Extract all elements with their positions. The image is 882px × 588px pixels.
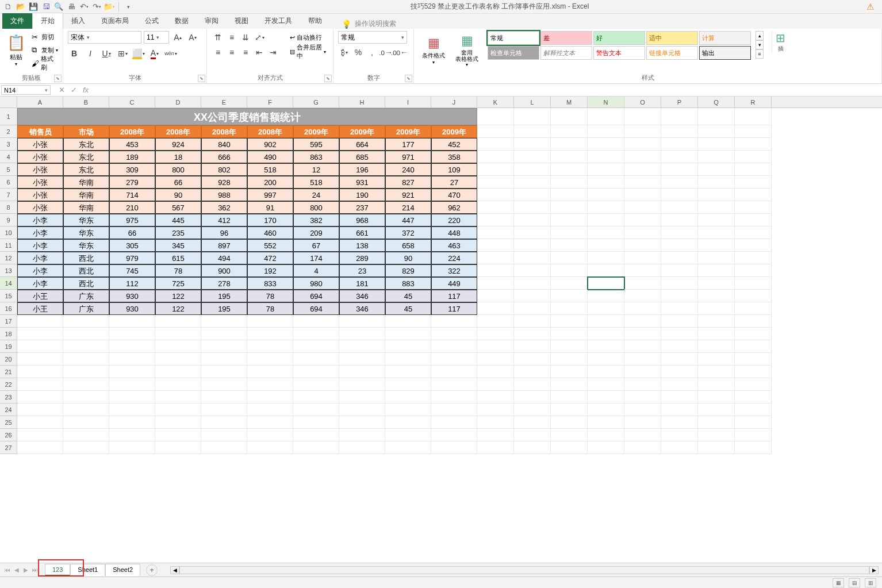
font-size-combo[interactable]: 11▾ — [144, 31, 169, 44]
cell[interactable]: 12 — [293, 163, 339, 176]
cell[interactable] — [624, 214, 661, 226]
cell[interactable] — [735, 176, 772, 189]
cell[interactable] — [293, 378, 339, 391]
cell[interactable] — [431, 353, 477, 366]
row-header[interactable]: 16 — [0, 302, 17, 315]
cell[interactable] — [661, 239, 698, 252]
cell[interactable] — [247, 391, 293, 403]
cell[interactable]: 979 — [109, 252, 155, 264]
font-name-combo[interactable]: 宋体▾ — [68, 31, 141, 44]
cell[interactable] — [588, 163, 624, 176]
cell[interactable] — [293, 340, 339, 353]
formula-input[interactable] — [95, 84, 882, 96]
cell[interactable]: 小张 — [17, 163, 63, 176]
sheet-nav-prev-icon[interactable]: ◀ — [13, 567, 21, 573]
cell[interactable] — [514, 108, 551, 125]
cell[interactable] — [477, 239, 514, 252]
cell[interactable] — [551, 138, 588, 151]
cell[interactable] — [661, 277, 698, 290]
cell[interactable] — [735, 214, 772, 226]
cell[interactable] — [155, 441, 201, 454]
cell[interactable]: 小王 — [17, 290, 63, 302]
col-header-Q[interactable]: Q — [698, 97, 735, 107]
cell[interactable] — [339, 391, 385, 403]
row-header[interactable]: 10 — [0, 226, 17, 239]
cell[interactable] — [477, 214, 514, 226]
cell[interactable] — [431, 441, 477, 454]
col-header-H[interactable]: H — [339, 97, 385, 107]
cell[interactable] — [588, 340, 624, 353]
cell[interactable] — [155, 391, 201, 403]
style-calc[interactable]: 计算 — [699, 31, 751, 45]
cell[interactable] — [247, 340, 293, 353]
paste-button[interactable]: 📋 粘贴 ▾ — [5, 31, 28, 69]
cell[interactable]: 华南 — [63, 176, 109, 189]
style-output[interactable]: 输出 — [699, 46, 751, 60]
cell[interactable] — [477, 189, 514, 201]
cell[interactable] — [624, 302, 661, 315]
cell[interactable]: 华东 — [63, 226, 109, 239]
cell[interactable] — [17, 328, 63, 340]
cell[interactable] — [661, 340, 698, 353]
cell[interactable]: 980 — [293, 277, 339, 290]
cell[interactable] — [201, 315, 247, 328]
cell[interactable] — [201, 403, 247, 416]
cell[interactable] — [661, 163, 698, 176]
cell[interactable] — [735, 340, 772, 353]
cell[interactable]: 278 — [201, 277, 247, 290]
cell[interactable]: 346 — [339, 302, 385, 315]
cell[interactable]: 小李 — [17, 214, 63, 226]
cell[interactable]: 小李 — [17, 239, 63, 252]
cell[interactable] — [735, 290, 772, 302]
cell[interactable] — [698, 378, 735, 391]
cell[interactable] — [385, 353, 431, 366]
cell[interactable] — [551, 315, 588, 328]
cell[interactable] — [514, 138, 551, 151]
row-header[interactable]: 4 — [0, 151, 17, 163]
cell[interactable] — [247, 366, 293, 378]
cell[interactable]: 小李 — [17, 277, 63, 290]
cell[interactable] — [624, 125, 661, 138]
cell[interactable] — [624, 416, 661, 429]
cell[interactable] — [201, 328, 247, 340]
cell[interactable] — [588, 366, 624, 378]
style-check[interactable]: 检查单元格 — [488, 46, 539, 60]
col-header-A[interactable]: A — [17, 97, 63, 107]
cell[interactable] — [698, 239, 735, 252]
cell[interactable] — [588, 138, 624, 151]
cell[interactable] — [735, 366, 772, 378]
row-header[interactable]: 9 — [0, 214, 17, 226]
cell[interactable] — [588, 277, 624, 290]
cell[interactable] — [514, 163, 551, 176]
cell[interactable] — [63, 340, 109, 353]
cell[interactable] — [477, 315, 514, 328]
scroll-left-icon[interactable]: ◀ — [170, 566, 179, 574]
tab-insert[interactable]: 插入 — [63, 13, 93, 29]
cell[interactable]: 567 — [155, 201, 201, 214]
cell[interactable]: 66 — [109, 226, 155, 239]
cell[interactable]: 华东 — [63, 239, 109, 252]
cell[interactable] — [514, 315, 551, 328]
cell[interactable] — [551, 226, 588, 239]
cell[interactable] — [588, 290, 624, 302]
cell[interactable] — [514, 151, 551, 163]
cell[interactable] — [624, 391, 661, 403]
cell[interactable]: 122 — [155, 290, 201, 302]
cell[interactable]: 广东 — [63, 302, 109, 315]
cell[interactable]: 78 — [247, 302, 293, 315]
cell[interactable] — [588, 239, 624, 252]
cell[interactable] — [624, 176, 661, 189]
cell[interactable] — [698, 441, 735, 454]
cell[interactable]: 2008年 — [247, 125, 293, 138]
cell[interactable] — [514, 176, 551, 189]
cell[interactable]: 449 — [431, 277, 477, 290]
sheet-tab[interactable]: 123 — [45, 564, 70, 576]
tell-me-search[interactable]: 💡 操作说明搜索 — [342, 19, 396, 29]
cell[interactable] — [735, 441, 772, 454]
cell[interactable] — [247, 328, 293, 340]
cell[interactable]: 968 — [339, 214, 385, 226]
cell[interactable]: 827 — [385, 176, 431, 189]
col-header-G[interactable]: G — [293, 97, 339, 107]
cell[interactable] — [661, 378, 698, 391]
cell[interactable] — [624, 315, 661, 328]
